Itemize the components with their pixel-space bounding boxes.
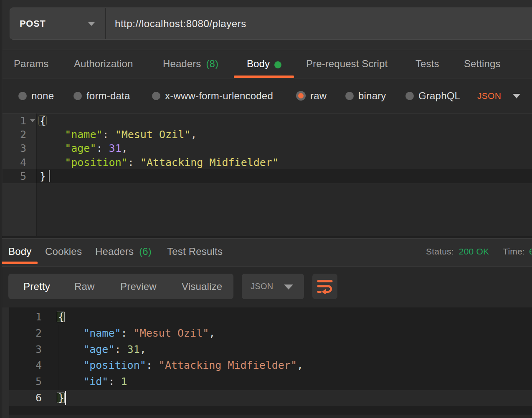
token-pun (58, 375, 83, 388)
code-text: "name": "Mesut Ozil", (26, 128, 197, 141)
token-pun: : (146, 359, 159, 371)
radio-icon (73, 92, 82, 100)
view-visualize[interactable]: Visualize (182, 274, 222, 299)
line-number: 5 (3, 169, 26, 183)
code-text: "position": "Attacking Midfielder" (26, 156, 279, 169)
radio-raw[interactable]: raw (296, 78, 327, 113)
line-number: 1 (3, 114, 26, 128)
tab-authorization[interactable]: Authorization (74, 50, 133, 78)
response-tab-body[interactable]: Body (8, 239, 32, 264)
view-raw[interactable]: Raw (74, 274, 95, 299)
radio-graphql[interactable]: GraphQL (405, 78, 460, 113)
token-str: "Attacking Midfielder" (159, 359, 297, 371)
code-text: { (42, 309, 64, 325)
token-pun (40, 156, 65, 169)
status-label: Status: (426, 247, 454, 257)
code-line: 5} (3, 169, 532, 183)
radio-none[interactable]: none (18, 78, 54, 113)
token-pun (58, 343, 83, 355)
response-tab-headers[interactable]: Headers(6) (95, 239, 152, 264)
code-text: { (26, 114, 46, 128)
code-line: 3 "age": 31, (3, 141, 532, 155)
code-line: 4 "position": "Attacking Midfielder" (3, 156, 532, 169)
line-number: 4 (3, 156, 26, 169)
token-pun: , (140, 343, 146, 355)
wrap-lines-icon (317, 280, 333, 294)
text-cursor (49, 170, 50, 182)
response-headers-count: (6) (139, 246, 152, 257)
token-brace: } (40, 170, 46, 182)
token-key: "name" (65, 128, 102, 141)
code-line: 2 "name": "Mesut Ozil", (3, 128, 532, 141)
token-num: 31 (109, 142, 122, 154)
token-pun: , (209, 327, 215, 339)
view-preview[interactable]: Preview (120, 274, 157, 299)
time-value: 6 (529, 247, 532, 257)
radio-selected-icon (296, 91, 306, 101)
response-body-viewer[interactable]: 1{2 "name": "Mesut Ozil",3 "age": 31,4 "… (0, 307, 532, 418)
token-str: "Attacking Midfielder" (140, 156, 279, 169)
view-pretty[interactable]: Pretty (23, 274, 50, 299)
token-pun: : (114, 343, 127, 355)
body-mode-bar: none form-data x-www-form-urlencoded raw… (3, 78, 532, 113)
radio-icon (405, 92, 414, 100)
tab-pre-request-script[interactable]: Pre-request Script (306, 50, 388, 78)
token-pun (40, 142, 65, 154)
token-pun: : (96, 142, 109, 154)
radio-form-data[interactable]: form-data (73, 78, 130, 113)
status-value: 200 OK (459, 247, 489, 257)
response-json-code: 1{2 "name": "Mesut Ozil",3 "age": 31,4 "… (9, 309, 532, 406)
response-tab-cookies[interactable]: Cookies (45, 239, 82, 264)
active-tab-underline (1, 262, 38, 264)
response-meta-bar: Body Cookies Headers(6) Test Results Sta… (0, 236, 532, 266)
tab-body[interactable]: Body (247, 50, 270, 78)
response-tabs-bar: Body Cookies Headers(6) Test Results Sta… (0, 238, 532, 266)
method-label: POST (10, 18, 46, 29)
token-pun: : (121, 327, 134, 339)
view-switcher: Pretty Raw Preview Visualize (8, 274, 233, 299)
line-number: 6 (9, 390, 42, 406)
fold-arrow-icon[interactable] (30, 119, 35, 122)
line-number: 2 (9, 325, 42, 342)
radio-icon (18, 92, 27, 100)
tab-tests[interactable]: Tests (415, 50, 439, 78)
tab-headers[interactable]: Headers(8) (163, 50, 218, 78)
language-select[interactable]: JSON (477, 78, 501, 113)
code-line: 1{ (3, 114, 532, 128)
tab-settings[interactable]: Settings (464, 50, 501, 78)
token-pun: : (128, 156, 140, 169)
method-dropdown[interactable]: POST (10, 8, 106, 39)
chevron-down-icon[interactable] (513, 94, 520, 98)
response-toolbar: Pretty Raw Preview Visualize JSON (0, 266, 532, 307)
token-pun (58, 327, 83, 339)
code-line: 6} (9, 390, 532, 406)
line-number: 5 (9, 374, 42, 390)
time-label: Time: (503, 247, 525, 257)
token-key: "position" (83, 359, 146, 371)
request-body-editor[interactable]: 1{2 "name": "Mesut Ozil",3 "age": 31,4 "… (3, 113, 532, 236)
response-format-dropdown[interactable]: JSON (242, 274, 304, 299)
token-pun: , (122, 142, 128, 154)
response-tab-test-results[interactable]: Test Results (167, 239, 223, 264)
response-status: Status:200 OKTime:6 (426, 239, 532, 264)
radio-binary[interactable]: binary (345, 78, 386, 113)
token-pun: , (190, 128, 197, 141)
token-pun (58, 359, 83, 371)
token-pun: : (108, 375, 121, 388)
code-text: "name": "Mesut Ozil", (42, 325, 215, 342)
url-input[interactable]: http://localhost:8080/players (106, 8, 532, 39)
wrap-lines-button[interactable] (312, 274, 337, 299)
code-text: } (26, 169, 46, 183)
radio-x-www-form-urlencoded[interactable]: x-www-form-urlencoded (152, 78, 273, 113)
token-match: { (58, 311, 64, 323)
headers-count: (8) (206, 58, 218, 70)
code-line: 3 "age": 31, (9, 342, 532, 358)
code-line: 1{ (9, 309, 532, 325)
token-str: "Mesut Ozil" (134, 327, 209, 339)
request-tabs-bar: Params Authorization Headers(8) Body Pre… (3, 50, 532, 78)
request-url-bar: POST http://localhost:8080/players (3, 0, 532, 49)
token-key: "name" (83, 327, 121, 339)
request-json-code: 1{2 "name": "Mesut Ozil",3 "age": 31,4 "… (3, 114, 532, 183)
tab-params[interactable]: Params (14, 50, 48, 78)
token-pun (40, 128, 65, 141)
